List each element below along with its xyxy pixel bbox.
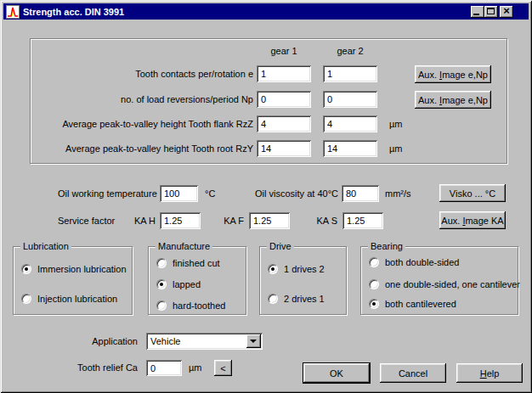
gear1-column-header: gear 1 xyxy=(257,42,311,59)
oil-temperature-label: Oil working temperature xyxy=(58,185,157,202)
bearing-groupbox-title: Bearing xyxy=(368,241,405,252)
ka-f-label: KA F xyxy=(195,212,244,229)
drive-groupbox: Drive 1 drives 2 2 drives 1 xyxy=(259,246,347,315)
application-dropdown-value: Vehicle xyxy=(150,335,180,347)
ka-s-input[interactable] xyxy=(342,212,383,229)
drive-groupbox-title: Drive xyxy=(267,241,294,252)
radio-icon xyxy=(268,294,278,304)
tooth-contacts-label: Tooth contacts per/rotation e xyxy=(34,65,253,82)
radio-icon xyxy=(369,279,379,289)
tooth-relief-suggest-button[interactable]: < xyxy=(214,360,232,376)
radio-icon xyxy=(156,279,167,289)
oil-viscosity-input[interactable] xyxy=(342,185,379,202)
rzz-gear1-input[interactable] xyxy=(257,115,311,132)
visko-button[interactable]: Visko ... °C xyxy=(439,184,506,202)
ka-h-input[interactable] xyxy=(160,212,201,229)
tooth-contacts-gear2-input[interactable] xyxy=(323,65,377,82)
aux-image-enp-button-2[interactable]: Aux. Image e,Np xyxy=(415,91,491,109)
help-button[interactable]: Help xyxy=(456,363,523,383)
radio-icon xyxy=(156,300,167,311)
chevron-down-icon xyxy=(250,340,257,343)
application-dropdown[interactable]: Vehicle xyxy=(146,333,263,350)
manufacture-groupbox: Manufacture finished cut lapped hard-too… xyxy=(148,246,246,315)
radio-icon xyxy=(268,264,278,274)
radio-icon xyxy=(369,299,379,309)
rzy-label: Average peak-to-valley height Tooth root… xyxy=(34,140,253,157)
rzz-label: Average peak-to-valley height Tooth flan… xyxy=(34,115,253,132)
tooth-relief-label: Tooth relief Ca xyxy=(51,360,138,376)
rzy-gear1-input[interactable] xyxy=(257,140,311,157)
manufacture-groupbox-title: Manufacture xyxy=(156,241,212,252)
application-label: Application xyxy=(51,333,138,350)
close-icon: × xyxy=(500,5,513,17)
title-bar[interactable]: Strength acc. DIN 3991 × xyxy=(3,3,529,20)
oil-temperature-input[interactable] xyxy=(160,185,198,202)
app-icon xyxy=(6,5,20,19)
tooth-contacts-gear1-input[interactable] xyxy=(257,65,311,82)
radio-icon xyxy=(21,294,31,304)
application-dropdown-arrow-button[interactable] xyxy=(246,334,261,348)
close-button[interactable]: × xyxy=(500,6,513,18)
maximize-icon xyxy=(487,8,495,14)
maximize-button[interactable] xyxy=(484,6,498,18)
lubrication-groupbox-title: Lubrication xyxy=(20,241,71,252)
window-title: Strength acc. DIN 3991 xyxy=(23,7,124,17)
dialog-window: Strength acc. DIN 3991 × gear 1 gear 2 T… xyxy=(0,0,532,393)
ka-s-label: KA S xyxy=(289,212,337,229)
rzz-unit-label: µm xyxy=(389,115,403,132)
oil-viscosity-label: Oil viscosity at 40°C xyxy=(212,185,338,202)
bearing-groupbox: Bearing both double-sided one double-sid… xyxy=(360,246,518,315)
radio-icon xyxy=(21,264,31,274)
lubrication-groupbox: Lubrication Immersion lubrication Inject… xyxy=(13,246,133,315)
cancel-button[interactable]: Cancel xyxy=(380,363,446,383)
rzy-unit-label: µm xyxy=(389,140,403,157)
load-reversions-gear2-input[interactable] xyxy=(323,91,377,108)
rzy-gear2-input[interactable] xyxy=(323,140,377,157)
minimize-icon xyxy=(473,14,479,15)
radio-icon xyxy=(156,258,167,268)
ka-f-input[interactable] xyxy=(249,212,290,229)
gear2-column-header: gear 2 xyxy=(323,42,377,59)
oil-viscosity-unit: mm²/s xyxy=(385,185,411,202)
radio-icon xyxy=(369,257,379,267)
ka-h-label: KA H xyxy=(102,212,156,229)
minimize-button[interactable] xyxy=(471,6,484,18)
rzz-gear2-input[interactable] xyxy=(323,115,377,132)
aux-image-ka-button[interactable]: Aux. Image KA xyxy=(439,211,506,229)
tooth-relief-input[interactable] xyxy=(146,360,182,376)
ok-button[interactable]: OK xyxy=(303,363,370,383)
load-reversions-gear1-input[interactable] xyxy=(257,91,311,108)
load-reversions-label: no. of load reversions/period Np xyxy=(34,91,253,108)
aux-image-enp-button-1[interactable]: Aux. Image e,Np xyxy=(415,65,491,83)
tooth-relief-unit: µm xyxy=(189,360,202,376)
